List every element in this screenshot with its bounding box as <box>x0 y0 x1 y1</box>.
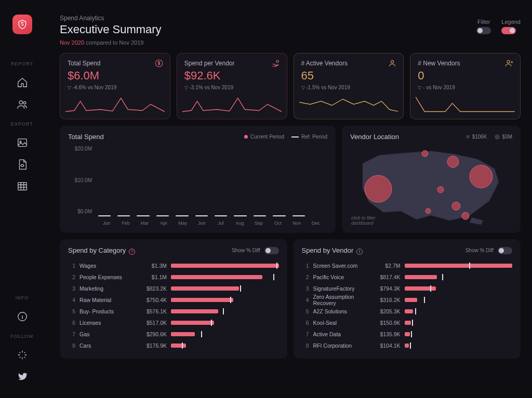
show-diff-toggle-vendor[interactable] <box>498 247 512 254</box>
sidebar-section-export: EXPORT <box>11 121 33 127</box>
list-item[interactable]: 6Licenses$517.0K <box>68 317 279 328</box>
category-rows: 1Wages$1.3M2People Expenses$1.1M3Marketi… <box>68 260 279 351</box>
row-name: Gas <box>79 331 137 337</box>
row-rank: 1 <box>302 263 309 269</box>
spend-by-vendor-title: Spend by Vendori <box>302 246 466 255</box>
list-item[interactable]: 3Marketing$823.2K <box>68 283 279 294</box>
row-name: SignatureFactory <box>313 285 370 292</box>
row-value: $817.4K <box>370 274 401 280</box>
list-item[interactable]: 5Buy- Products$576.1K <box>68 306 279 317</box>
row-name: Screen Saver.com <box>313 263 370 269</box>
row-bar <box>405 264 513 268</box>
kpi-card[interactable]: # New Vendors0▽ - vs Nov 2019 <box>410 53 521 119</box>
kpi-card[interactable]: Total Spend$6.0M▽ -4.6% vs Nov 2019 <box>60 53 170 119</box>
list-item[interactable]: 2People Expenses$1.1M <box>68 271 279 283</box>
kpi-delta: ▽ -4.6% vs Nov 2019 <box>68 85 163 90</box>
svg-rect-4 <box>18 183 26 190</box>
map-bubble[interactable] <box>452 202 460 210</box>
period-comparison: Nov 2020 compared to Nov 2019 <box>60 39 476 46</box>
kpi-label: # Active Vendors <box>301 60 396 67</box>
row-bar <box>171 264 279 268</box>
total-spend-chart[interactable]: $20.0M$10.0M$0.0M JanFebMarAprMayJunJulA… <box>68 144 327 226</box>
legend-toggle[interactable] <box>501 27 516 34</box>
list-item[interactable]: 8Cars$176.9K <box>68 340 279 351</box>
total-spend-card: Total Spend Current Period Ref. Period $… <box>60 126 336 233</box>
list-item[interactable]: 7Active Data$135.9K <box>302 328 513 340</box>
row-name: Raw Material <box>79 297 137 303</box>
row-bar <box>171 332 279 336</box>
vendor-location-map[interactable]: click to filter dashboard <box>350 144 512 226</box>
row-value: $150.8K <box>370 320 401 326</box>
twitter-icon[interactable] <box>16 370 29 383</box>
app-logo[interactable] <box>12 15 32 34</box>
user-icon <box>388 59 397 70</box>
row-rank: 4 <box>302 297 309 303</box>
filter-toggle[interactable] <box>476 27 491 34</box>
info-icon[interactable] <box>16 310 29 323</box>
kpi-card[interactable]: Spend per Vendor$92.6K▽ -3.1% vs Nov 201… <box>177 53 287 119</box>
row-bar <box>405 275 513 279</box>
image-icon[interactable] <box>16 136 29 149</box>
vendor-location-card: Vendor Location $106K $3M click to filte… <box>342 126 521 233</box>
row-value: $1.3M <box>137 263 167 269</box>
list-item[interactable]: 1Wages$1.3M <box>68 260 279 271</box>
kpi-label: Spend per Vendor <box>184 60 280 67</box>
row-bar <box>405 309 513 313</box>
kpi-value: 65 <box>301 69 396 83</box>
show-diff-label-vendor: Show % Diff <box>466 248 494 253</box>
list-item[interactable]: 4Zero Assumption Recovery$316.2K <box>302 294 513 306</box>
legend-bubble-big: $106K <box>466 134 487 140</box>
help-icon[interactable]: ? <box>129 249 135 255</box>
hand-coin-icon <box>271 59 281 70</box>
kpi-card[interactable]: # Active Vendors65▽ -1.5% vs Nov 2019 <box>294 53 404 119</box>
svg-point-7 <box>276 60 278 63</box>
row-name: Wages <box>79 263 137 269</box>
row-name: RFI Corporation <box>313 342 370 349</box>
map-bubble[interactable] <box>462 212 469 219</box>
sparkline <box>299 94 398 115</box>
row-bar <box>171 275 279 279</box>
tableau-icon[interactable] <box>16 348 29 362</box>
row-rank: 8 <box>302 342 309 349</box>
list-item[interactable]: 5A2Z Solutions$205.3K <box>302 306 513 317</box>
app-name: Spend Analytics <box>60 15 476 22</box>
list-item[interactable]: 6Kool-Seal$150.8K <box>302 317 513 328</box>
page-title: Executive Summary <box>60 23 476 36</box>
sparkline <box>65 94 165 115</box>
row-value: $316.2K <box>370 297 401 303</box>
pdf-icon[interactable] <box>16 158 29 171</box>
map-bubble[interactable] <box>425 209 431 214</box>
row-value: $1.1M <box>137 274 167 280</box>
home-icon[interactable] <box>16 76 29 89</box>
list-item[interactable]: 1Screen Saver.com$2.7M <box>302 260 513 271</box>
row-value: $794.3K <box>370 285 401 292</box>
table-icon[interactable] <box>16 180 29 193</box>
map-bubble[interactable] <box>422 150 428 157</box>
row-name: Kool-Seal <box>313 320 370 326</box>
kpi-label: Total Spend <box>68 60 163 67</box>
sidebar-section-follow: FOLLOW <box>10 334 33 339</box>
row-bar <box>405 321 513 325</box>
list-item[interactable]: 4Raw Material$750.4K <box>68 294 279 306</box>
row-rank: 3 <box>68 285 75 292</box>
map-bubble[interactable] <box>365 175 392 202</box>
show-diff-toggle-category[interactable] <box>264 247 279 254</box>
filter-label: Filter <box>476 19 491 25</box>
kpi-value: $6.0M <box>68 69 163 83</box>
map-bubble[interactable] <box>437 186 444 193</box>
row-bar <box>171 298 279 302</box>
list-item[interactable]: 7Gas$290.6K <box>68 328 279 340</box>
kpi-delta: ▽ - vs Nov 2019 <box>418 85 513 90</box>
map-bubble[interactable] <box>447 156 459 168</box>
row-name: People Expenses <box>79 274 137 280</box>
kpi-delta: ▽ -3.1% vs Nov 2019 <box>184 85 280 90</box>
list-item[interactable]: 8RFI Corporation$104.1K <box>302 340 513 351</box>
list-item[interactable]: 3SignatureFactory$794.3K <box>302 283 513 294</box>
info-icon-small[interactable]: i <box>356 249 363 255</box>
svg-point-8 <box>391 60 394 63</box>
map-bubble[interactable] <box>470 165 493 188</box>
row-bar <box>171 286 279 291</box>
users-icon[interactable] <box>16 98 29 111</box>
row-bar <box>171 344 279 348</box>
list-item[interactable]: 2Pacific Voice$817.4K <box>302 271 513 283</box>
